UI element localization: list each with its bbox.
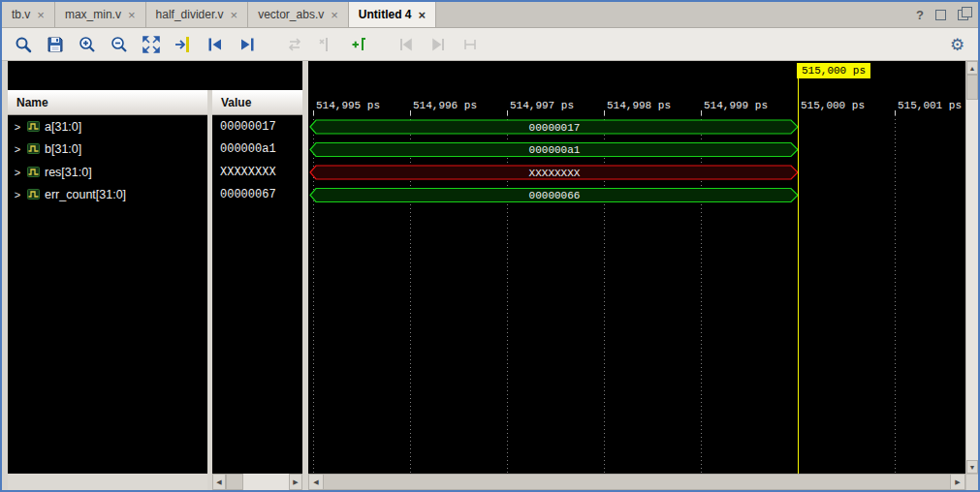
tab-half-divider-v[interactable]: half_divider.v×	[146, 2, 249, 27]
next-transition-button[interactable]	[234, 32, 260, 57]
bus-value-label: XXXXXXXX	[529, 168, 581, 179]
ruler-tick-label: 514,997 ps	[510, 100, 574, 111]
goto-end-button	[425, 32, 451, 57]
scrollbar-corner	[966, 474, 978, 490]
value-scroll-left-button[interactable]: ◀	[212, 474, 226, 490]
ruler-tick-label: 515,000 ps	[801, 100, 865, 111]
save-button[interactable]	[42, 32, 68, 57]
signal-row-err-count-31-0[interactable]: >err_count[31:0]	[8, 184, 207, 207]
tab-close-icon[interactable]: ×	[37, 9, 45, 21]
down-arrow-icon: ▼	[969, 464, 976, 471]
time-ruler[interactable]: 514,995 ps514,996 ps514,997 ps514,998 ps…	[308, 90, 965, 115]
vertical-scroll-thumb[interactable]	[966, 75, 978, 100]
scroll-up-button[interactable]: ▲	[966, 61, 978, 75]
expand-arrow-icon[interactable]: >	[13, 167, 22, 178]
tab-label: max_min.v	[65, 8, 121, 21]
right-arrow-icon: ▶	[955, 478, 960, 486]
signal-value: 000000a1	[212, 138, 302, 162]
wave-toolbar: ⚙	[2, 28, 978, 61]
value-scroll-thumb[interactable]	[226, 474, 243, 490]
signal-panel: Name Value >a[31:0]>b[31:0]>res[31:0]>er…	[8, 61, 302, 490]
vertical-scrollbar[interactable]: ▲ ▼	[965, 61, 978, 490]
tab-close-icon[interactable]: ×	[128, 9, 136, 21]
cursor-line-ruler	[798, 90, 799, 115]
waveform-canvas[interactable]: 00000017000000a1XXXXXXXX00000066	[308, 115, 965, 474]
wave-scroll-right-button[interactable]: ▶	[950, 474, 965, 490]
goto-end-icon	[429, 36, 447, 53]
main-area: Name Value >a[31:0]>b[31:0]>res[31:0]>er…	[2, 61, 978, 490]
signal-name: b[31:0]	[45, 142, 81, 156]
signal-value: XXXXXXXX	[212, 161, 302, 184]
wave-bus-b-31-0: 000000a1	[310, 143, 798, 157]
zoom-fit-button[interactable]	[138, 32, 164, 57]
tab-label: half_divider.v	[156, 8, 224, 21]
value-scroll-track[interactable]	[226, 474, 289, 490]
tab-max-min-v[interactable]: max_min.v×	[55, 2, 146, 27]
scroll-down-button[interactable]: ▼	[966, 460, 978, 474]
up-arrow-icon: ▲	[969, 65, 976, 72]
settings-gear-button[interactable]: ⚙	[944, 32, 970, 57]
expand-arrow-icon[interactable]: >	[13, 143, 22, 155]
remove-cursor-icon	[318, 36, 335, 53]
signal-row-a-31-0[interactable]: >a[31:0]	[8, 115, 207, 138]
float-window-icon[interactable]	[935, 10, 946, 20]
goto-start-icon	[397, 36, 415, 53]
search-button[interactable]	[10, 32, 36, 57]
signal-value-column: 00000017000000a1XXXXXXXX00000067	[212, 115, 302, 474]
wave-bus-res-31-0: XXXXXXXX	[310, 166, 798, 179]
tab-close-icon[interactable]: ×	[331, 9, 338, 21]
ruler-tick-label: 514,996 ps	[413, 100, 477, 111]
fit-selection-icon	[461, 36, 479, 53]
wave-scroll-thumb[interactable]	[324, 474, 950, 490]
bus-wave-icon	[27, 164, 40, 181]
tab-vector-abs-v[interactable]: vector_abs.v×	[248, 2, 349, 27]
name-column-scroll-area	[8, 474, 207, 490]
name-column-header: Name	[8, 90, 207, 115]
signal-name: a[31:0]	[45, 120, 81, 134]
previous-transition-button[interactable]	[202, 32, 228, 57]
tab-label: Untitled 4	[359, 8, 412, 21]
tab-strip: tb.v×max_min.v×half_divider.v×vector_abs…	[2, 2, 436, 27]
add-marker-button[interactable]	[345, 32, 371, 57]
wave-bus-a-31-0: 00000017	[310, 120, 798, 134]
value-column-scrollbar[interactable]: ◀ ▶	[212, 474, 302, 490]
signal-table-header: Name Value	[8, 90, 302, 115]
tab-close-icon[interactable]: ×	[419, 9, 427, 21]
zoom-fit-icon	[142, 35, 161, 54]
tab-tb-v[interactable]: tb.v×	[2, 2, 55, 27]
bus-value-label: 00000066	[529, 190, 581, 201]
expand-arrow-icon[interactable]: >	[13, 189, 22, 200]
ruler-tick-label: 515,001 ps	[898, 100, 962, 111]
tab-untitled-4[interactable]: Untitled 4×	[349, 2, 436, 27]
signal-row-res-31-0[interactable]: >res[31:0]	[8, 161, 207, 184]
left-arrow-icon: ◀	[216, 478, 221, 486]
right-arrow-icon: ▶	[293, 478, 298, 486]
tab-label: tb.v	[12, 8, 30, 21]
value-scroll-right-button[interactable]: ▶	[289, 474, 302, 490]
zoom-out-button[interactable]	[106, 32, 132, 57]
window-controls: ?	[906, 2, 978, 27]
left-arrow-icon: ◀	[313, 478, 318, 486]
zoom-in-button[interactable]	[74, 32, 100, 57]
swap-cursor-icon	[286, 36, 303, 53]
wave-scroll-left-button[interactable]: ◀	[308, 474, 324, 490]
bus-wave-icon	[27, 118, 40, 136]
ruler-tick-label: 514,998 ps	[607, 100, 671, 111]
next-transition-icon	[238, 36, 256, 53]
add-marker-icon	[350, 36, 367, 53]
vertical-scroll-track[interactable]	[966, 100, 978, 460]
expand-arrow-icon[interactable]: >	[13, 121, 22, 133]
zoom-out-icon	[110, 35, 129, 54]
bus-wave-icon	[27, 186, 40, 203]
waveform-panel-top: 515,000 ps	[308, 61, 965, 90]
wave-bus-err-count-31-0: 00000066	[310, 189, 798, 202]
bus-wave-icon	[27, 140, 40, 158]
help-icon[interactable]: ?	[916, 8, 924, 22]
zoom-to-cursor-button[interactable]	[170, 32, 196, 57]
tab-close-icon[interactable]: ×	[231, 9, 238, 21]
maximize-window-icon[interactable]	[958, 10, 968, 20]
wave-hscrollbar[interactable]: ◀ ▶	[308, 474, 965, 490]
signal-name: err_count[31:0]	[45, 188, 126, 201]
signal-panel-top	[8, 61, 302, 90]
signal-row-b-31-0[interactable]: >b[31:0]	[8, 138, 207, 162]
